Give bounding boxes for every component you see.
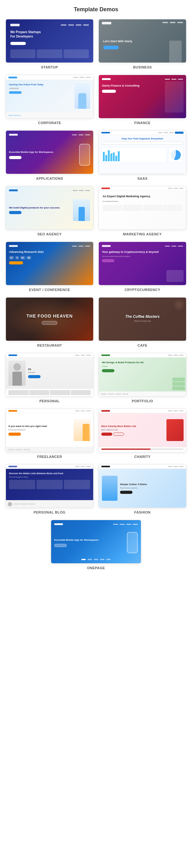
template-item-startup[interactable]: We Prepare Startups For Developers START… [6, 19, 93, 69]
template-item-applications[interactable]: Essential Mobile App for Workspaces APPL… [6, 130, 93, 180]
blog-hero-text: Discover the Hidden Links Between Music … [9, 472, 90, 475]
cafe-label: CAFE [138, 343, 147, 347]
seo-hero-text: We build Digital products for your succe… [9, 206, 70, 210]
template-thumb-business[interactable]: Let's Start With Starty [99, 19, 186, 63]
template-thumb-seo-agency[interactable]: We build Digital products for your succe… [6, 186, 93, 230]
marketing-hero-text: An Expert Digital Marketing Agency. [103, 194, 182, 198]
page-title: Template Demos [3, 6, 189, 13]
template-item-business[interactable]: Let's Start With Starty BUSINESS [99, 19, 186, 69]
business-label: BUSINESS [133, 65, 152, 69]
template-item-seo-agency[interactable]: We build Digital products for your succe… [6, 186, 93, 236]
template-item-saas[interactable]: Keep Your Team Organized, Everywhere [99, 130, 186, 180]
template-item-onepage[interactable]: Essential Mobile App for Workspaces ONEP… [51, 520, 141, 570]
marketing-label: MARKETING AGENCY [123, 232, 162, 236]
corporate-hero-text: Insuring Your Future From Today [9, 83, 72, 86]
template-item-marketing-agency[interactable]: An Expert Digital Marketing Agency. Our … [99, 186, 186, 236]
template-thumb-personal-blog[interactable]: Discover the Hidden Links Between Music … [6, 464, 93, 508]
personal-label: PERSONAL [39, 399, 60, 403]
template-thumb-marketing-agency[interactable]: An Expert Digital Marketing Agency. Our … [99, 186, 186, 230]
template-thumb-cafe[interactable]: The Coffee Masters Welcome to Starty Caf… [99, 297, 186, 341]
saas-label: SAAS [138, 177, 148, 180]
corporate-label: CORPORATE [38, 121, 61, 125]
personal-name: PN [28, 368, 91, 370]
restaurant-hero-text: THE FOOD HEAVEN [27, 313, 73, 318]
template-thumb-startup[interactable]: We Prepare Startups For Developers [6, 19, 93, 63]
saas-hero-text: Keep Your Team Organized, Everywhere [101, 137, 184, 140]
template-item-cafe[interactable]: The Coffee Masters Welcome to Starty Caf… [99, 297, 186, 347]
template-thumb-saas[interactable]: Keep Your Team Organized, Everywhere [99, 130, 186, 174]
template-item-cryptocurrency[interactable]: Your gateway to Cryptocurrency & beyond … [99, 242, 186, 291]
freelancer-hero-text: If you want to hire pro right now! [8, 425, 71, 428]
applications-hero-text: Essential Mobile App for Workspaces [9, 150, 77, 154]
template-thumb-charity[interactable]: More Charity More Better Life Make a dif… [99, 408, 186, 452]
onepage-label: ONEPAGE [87, 566, 105, 570]
cafe-hero-text: The Coffee Masters [125, 314, 160, 319]
business-cta [103, 45, 119, 50]
startup-cta [10, 42, 26, 45]
personal-blog-label: PERSONAL BLOG [34, 510, 66, 514]
template-item-personal[interactable]: PN Developer PERSONAL [6, 353, 93, 403]
template-item-restaurant[interactable]: THE FOOD HEAVEN RESTAURANT [6, 297, 93, 347]
template-item-personal-blog[interactable]: Discover the Hidden Links Between Music … [6, 464, 93, 514]
fashion-hero-text: Simple Cotton T-Shirts [120, 483, 183, 486]
template-thumb-onepage[interactable]: Essential Mobile App for Workspaces [51, 520, 141, 563]
template-item-freelancer[interactable]: If you want to hire pro right now! Find … [6, 408, 93, 459]
template-item-event[interactable]: Advancing Research 2021 27 4 51 32 EVENT… [6, 242, 93, 291]
template-thumb-event[interactable]: Advancing Research 2021 27 4 51 32 [6, 242, 93, 285]
template-item-corporate[interactable]: Insuring Your Future From Today CORPORAT… [6, 75, 93, 125]
restaurant-label: RESTAURANT [37, 343, 62, 347]
template-thumb-corporate[interactable]: Insuring Your Future From Today CORPORAT… [6, 75, 93, 119]
charity-hero-text: More Charity More Better Life [101, 425, 164, 428]
template-item-finance[interactable]: Starty Finance & Consulting FINANCE [99, 75, 186, 125]
template-thumb-fashion[interactable]: Simple Cotton T-Shirts Shop the latest c… [99, 464, 186, 508]
template-thumb-personal[interactable]: PN Developer [6, 353, 93, 397]
event-label: EVENT / CONFERENCE [29, 288, 70, 291]
seo-label: SEO AGENCY [37, 232, 62, 236]
template-item-portfolio[interactable]: We Design & Build Products for All. Port… [99, 353, 186, 403]
portfolio-label: PORTFOLIO [132, 399, 153, 403]
template-item-fashion[interactable]: Simple Cotton T-Shirts Shop the latest c… [99, 464, 186, 514]
template-thumb-finance[interactable]: Starty Finance & Consulting [99, 75, 186, 119]
event-hero-text: Advancing Research 2021 [9, 250, 90, 254]
finance-label: FINANCE [135, 121, 151, 125]
startup-hero-text: We Prepare Startups For Developers [10, 30, 41, 39]
portfolio-hero-text: We Design & Build Products for All. [102, 361, 183, 364]
onepage-hero-text: Essential Mobile App for Workspaces [54, 538, 124, 542]
onepage-row: Essential Mobile App for Workspaces ONEP… [3, 520, 189, 570]
charity-label: CHARITY [135, 455, 151, 459]
template-grid: We Prepare Startups For Developers START… [3, 19, 189, 514]
startup-label: STARTUP [41, 65, 58, 69]
crypto-hero-text: Your gateway to Cryptocurrency & beyond [102, 250, 183, 254]
template-thumb-cryptocurrency[interactable]: Your gateway to Cryptocurrency & beyond … [99, 242, 186, 285]
applications-label: APPLICATIONS [36, 177, 63, 180]
template-thumb-freelancer[interactable]: If you want to hire pro right now! Find … [6, 408, 93, 452]
cryptocurrency-label: CRYPTOCURRENCY [125, 288, 160, 291]
freelancer-label: FREELANCER [37, 455, 62, 459]
finance-hero-text: Starty Finance & Consulting [102, 84, 183, 88]
template-item-charity[interactable]: More Charity More Better Life Make a dif… [99, 408, 186, 459]
fashion-label: FASHION [135, 510, 151, 514]
template-thumb-portfolio[interactable]: We Design & Build Products for All. Port… [99, 353, 186, 397]
template-thumb-applications[interactable]: Essential Mobile App for Workspaces [6, 130, 93, 174]
template-thumb-restaurant[interactable]: THE FOOD HEAVEN [6, 297, 93, 341]
